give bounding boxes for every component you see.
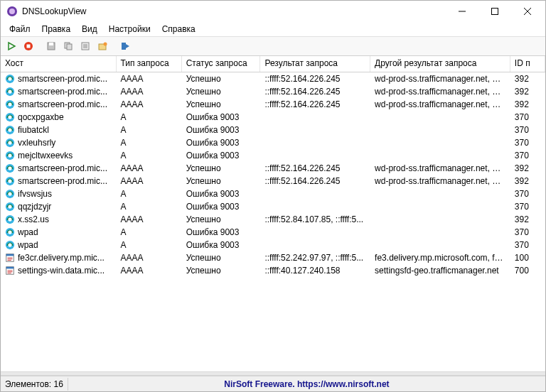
status-count: Элементов: 16 (1, 378, 68, 391)
cell-other: wd-prod-ss.trafficmanager.net, wd-prod-s… (370, 99, 510, 110)
cell-other (370, 244, 510, 246)
list-body[interactable]: smartscreen-prod.mic...AAAAУспешно::ffff… (1, 72, 545, 371)
save-button[interactable] (43, 38, 59, 54)
svg-rect-55 (6, 267, 14, 269)
cell-type: A (117, 227, 182, 238)
cell-result: ::ffff:52.84.107.85, ::ffff:5... (260, 214, 370, 225)
cell-host: fiubatckl (1, 124, 117, 136)
start-capture-button[interactable] (4, 38, 19, 54)
close-button[interactable] (511, 1, 544, 22)
app-icon (6, 6, 18, 17)
cell-other: wd-prod-ss.trafficmanager.net, wd-prod-s… (370, 163, 510, 174)
svg-rect-12 (67, 44, 72, 50)
cell-id: 392 (510, 175, 545, 187)
menu-options[interactable]: Настройки (103, 23, 156, 35)
menu-file[interactable]: Файл (4, 23, 36, 35)
stop-capture-button[interactable] (21, 38, 36, 54)
cell-host: wpad (1, 227, 117, 238)
cell-type: AAAA (117, 86, 182, 97)
cell-result: ::ffff:52.242.97.97, ::ffff:5... (260, 252, 370, 263)
menu-view[interactable]: Вид (76, 23, 103, 35)
cell-result (260, 232, 370, 233)
cell-status: Успешно (182, 99, 261, 110)
menu-edit[interactable]: Правка (36, 23, 77, 35)
cell-other (370, 206, 510, 207)
table-row[interactable]: x.ss2.usAAAAУспешно::ffff:52.84.107.85, … (1, 213, 545, 226)
table-row[interactable]: smartscreen-prod.mic...AAAAУспешно::ffff… (1, 98, 545, 111)
maximize-button[interactable] (478, 1, 511, 22)
column-header-host[interactable]: Хост (1, 56, 117, 72)
copy-button[interactable] (60, 38, 76, 54)
cell-result (260, 193, 370, 195)
edge-icon (5, 74, 15, 84)
edge-icon (5, 227, 15, 237)
table-row[interactable]: fe3cr.delivery.mp.mic...AAAAУспешно::fff… (1, 251, 545, 264)
svg-point-1 (9, 9, 15, 14)
table-row[interactable]: smartscreen-prod.mic...AAAAУспешно::ffff… (1, 175, 545, 187)
cell-other: wd-prod-ss.trafficmanager.net, wd-prod-s… (370, 86, 510, 97)
cell-host: ifvswsjus (1, 188, 117, 200)
table-row[interactable]: smartscreen-prod.mic...AAAAУспешно::ffff… (1, 85, 545, 98)
cell-type: AAAA (117, 163, 182, 174)
cell-id: 370 (510, 201, 545, 212)
cell-other (370, 116, 510, 118)
cell-result (260, 129, 370, 131)
column-header-id[interactable]: ID п (510, 56, 545, 72)
cell-result: ::ffff:52.164.226.245 (260, 99, 370, 110)
edge-icon (5, 87, 15, 97)
cell-host: qocxpgaxbe (1, 111, 117, 123)
table-row[interactable]: qocxpgaxbeAОшибка 9003370 (1, 111, 545, 124)
cell-id: 700 (510, 265, 545, 276)
cell-result (260, 116, 370, 118)
minimize-button[interactable] (446, 1, 478, 22)
svg-rect-50 (6, 254, 14, 256)
cell-status: Успешно (182, 86, 261, 97)
table-row[interactable]: vxleuhsrlyAОшибка 9003370 (1, 136, 545, 149)
table-row[interactable]: ifvswsjusAОшибка 9003370 (1, 187, 545, 200)
cell-status: Успешно (182, 214, 261, 225)
edge-icon (5, 240, 15, 250)
svg-marker-20 (126, 44, 129, 48)
cell-result: ::ffff:52.164.226.245 (260, 73, 370, 85)
table-row[interactable]: wpadAОшибка 9003370 (1, 239, 545, 251)
table-row[interactable]: smartscreen-prod.mic...AAAAУспешно::ffff… (1, 162, 545, 175)
svg-rect-10 (49, 43, 53, 45)
table-row[interactable]: fiubatcklAОшибка 9003370 (1, 124, 545, 136)
status-credit: NirSoft Freeware. https://www.nirsoft.ne… (68, 379, 545, 389)
table-row[interactable]: mejcltwxeevksAОшибка 9003370 (1, 149, 545, 162)
svg-point-28 (8, 115, 11, 119)
cell-other (370, 129, 510, 131)
cell-host: x.ss2.us (1, 214, 117, 225)
table-row[interactable]: wpadAОшибка 9003370 (1, 226, 545, 239)
cell-status: Ошибка 9003 (182, 188, 261, 200)
cell-status: Ошибка 9003 (182, 150, 261, 161)
title-bar[interactable]: DNSLookupView (1, 1, 545, 22)
options-button[interactable] (95, 38, 110, 54)
cell-result (260, 142, 370, 143)
table-row[interactable]: qqzjdzyjrAОшибка 9003370 (1, 200, 545, 213)
column-header-result[interactable]: Результат запроса (260, 56, 370, 72)
table-row[interactable]: settings-win.data.mic...AAAAУспешно::fff… (1, 264, 545, 277)
table-row[interactable]: smartscreen-prod.mic...AAAAУспешно::ffff… (1, 72, 545, 85)
application-window: DNSLookupView Файл Правка Вид Настройки … (0, 0, 546, 392)
column-header-type[interactable]: Тип запроса (117, 56, 182, 72)
svg-point-18 (104, 43, 107, 46)
hosts-icon (5, 253, 15, 263)
svg-rect-8 (27, 45, 31, 48)
cell-result: ::ffff:52.164.226.245 (260, 163, 370, 174)
exit-button[interactable] (117, 38, 133, 54)
column-header-status[interactable]: Статус запроса (182, 56, 261, 72)
menu-help[interactable]: Справка (156, 23, 201, 35)
cell-type: AAAA (117, 175, 182, 187)
cell-id: 370 (510, 150, 545, 161)
cell-other (370, 232, 510, 233)
cell-host: vxleuhsrly (1, 137, 117, 148)
cell-other: wd-prod-ss.trafficmanager.net, wd-prod-s… (370, 175, 510, 187)
svg-point-24 (8, 89, 11, 93)
cell-host: smartscreen-prod.mic... (1, 73, 117, 85)
properties-button[interactable] (77, 38, 93, 54)
hosts-icon (5, 266, 15, 276)
cell-other: settingsfd-geo.trafficmanager.net (370, 265, 510, 276)
cell-status: Успешно (182, 265, 261, 276)
column-header-other[interactable]: Другой результат запроса (370, 56, 510, 72)
